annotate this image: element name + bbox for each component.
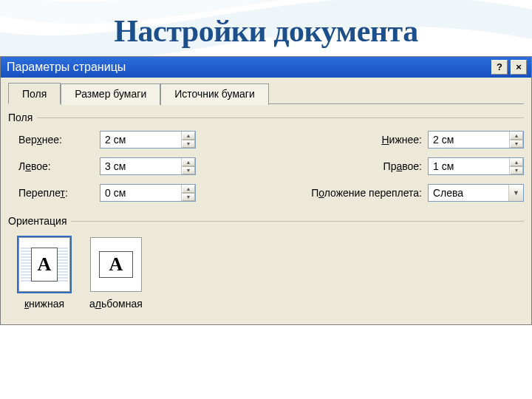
orientation-landscape-label: альбомная [89, 298, 143, 310]
spin-down-icon[interactable]: ▼ [510, 166, 523, 174]
tab-strip: Поля Размер бумаги Источник бумаги [8, 82, 524, 104]
input-left-margin[interactable]: 3 см ▲ ▼ [100, 157, 196, 175]
spin-up-icon[interactable]: ▲ [182, 132, 195, 140]
spin-up-icon[interactable]: ▲ [510, 132, 523, 140]
tab-paper-source[interactable]: Источник бумаги [160, 83, 269, 105]
help-button[interactable]: ? [491, 60, 508, 75]
spin-down-icon[interactable]: ▼ [510, 140, 523, 148]
portrait-thumb-icon: A [18, 237, 70, 292]
label-gutter-position: Положение переплета: [196, 187, 428, 199]
tab-fields[interactable]: Поля [8, 83, 61, 104]
combo-gutter-position[interactable]: Слева ▼ [428, 184, 524, 202]
spin-up-icon[interactable]: ▲ [182, 158, 195, 166]
spin-down-icon[interactable]: ▼ [182, 140, 195, 148]
orientation-portrait-option[interactable]: A книжная [18, 237, 70, 310]
label-bottom-margin: Нижнее: [354, 134, 428, 146]
spin-down-icon[interactable]: ▼ [182, 166, 195, 174]
input-right-margin[interactable]: 1 см ▲ ▼ [428, 157, 524, 175]
spin-up-icon[interactable]: ▲ [510, 158, 523, 166]
orientation-portrait-label: книжная [24, 298, 64, 310]
page-setup-dialog: Параметры страницы ? × Поля Размер бумаг… [0, 56, 532, 325]
spin-up-icon[interactable]: ▲ [182, 185, 195, 193]
orientation-group-label: Ориентация [8, 215, 524, 227]
dialog-title: Параметры страницы [5, 61, 126, 74]
input-top-margin[interactable]: 2 см ▲ ▼ [100, 131, 196, 149]
orientation-landscape-option[interactable]: A альбомная [89, 237, 143, 310]
label-top-margin: Верхнее: [18, 134, 100, 146]
title-bar: Параметры страницы ? × [1, 57, 531, 78]
input-bottom-margin[interactable]: 2 см ▲ ▼ [428, 131, 524, 149]
label-right-margin: Правое: [354, 160, 428, 172]
input-gutter[interactable]: 0 см ▲ ▼ [100, 184, 196, 202]
label-left-margin: Левое: [18, 160, 100, 172]
tab-paper-size[interactable]: Размер бумаги [61, 83, 160, 105]
close-button[interactable]: × [511, 60, 527, 75]
spin-down-icon[interactable]: ▼ [182, 193, 195, 201]
chevron-down-icon[interactable]: ▼ [508, 185, 523, 201]
label-gutter: Переплет: [18, 187, 100, 199]
page-title: Настройки документа [0, 0, 532, 56]
landscape-thumb-icon: A [90, 237, 142, 292]
margins-group-label: Поля [8, 112, 524, 123]
